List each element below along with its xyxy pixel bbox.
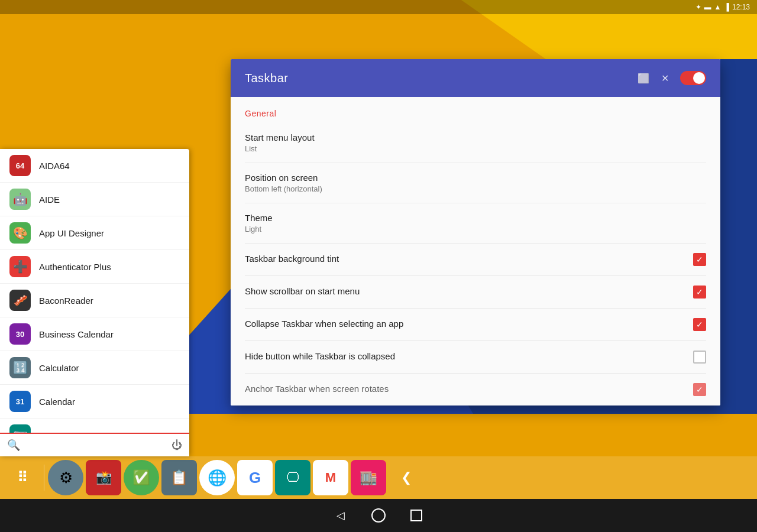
- home-icon: [371, 508, 386, 523]
- status-icons: ✦ ▬ ▲ ▐ 12:13: [695, 3, 750, 11]
- app-icon-bizkal: 30: [9, 323, 31, 345]
- settings-dialog: Taskbar ⬜ ✕ General Start menu layout Li…: [231, 59, 720, 406]
- back-icon: ◁: [337, 509, 345, 522]
- setting-position[interactable]: Position on screen Bottom left (horizont…: [245, 163, 706, 203]
- bluetooth-icon: ✦: [695, 3, 701, 11]
- setting-name-6: Hide button while Taskbar is collapsed: [245, 351, 395, 361]
- app-name-calc: Calculator: [39, 363, 79, 373]
- app-name-aida64: AIDA64: [39, 161, 70, 171]
- setting-name-1: Position on screen: [245, 173, 322, 183]
- app-list-scroll[interactable]: 64 AIDA64 🤖 AIDE 🎨 App UI Designer ➕ Aut…: [0, 149, 189, 433]
- setting-hide-btn[interactable]: Hide button while Taskbar is collapsed: [245, 341, 706, 374]
- checkbox-collapse[interactable]: ✓: [693, 318, 706, 331]
- list-item-aide[interactable]: 🤖 AIDE: [0, 183, 189, 216]
- checkbox-hide-btn[interactable]: [693, 351, 706, 364]
- dialog-header: Taskbar ⬜ ✕: [231, 59, 720, 97]
- close-icon: ✕: [661, 73, 669, 84]
- list-item-aida64[interactable]: 64 AIDA64: [0, 149, 189, 183]
- setting-start-menu-layout[interactable]: Start menu layout List: [245, 123, 706, 163]
- setting-value-0: List: [245, 144, 315, 153]
- back-button[interactable]: ◁: [334, 508, 348, 523]
- home-button[interactable]: [371, 508, 386, 523]
- checkmark-5: ✓: [696, 320, 703, 329]
- recent-button[interactable]: [409, 508, 423, 523]
- app-icon-auth: ➕: [9, 256, 31, 277]
- app-name-auth: Authenticator Plus: [39, 262, 111, 272]
- app-name-bizkal: Business Calendar: [39, 329, 114, 339]
- list-item-calendar[interactable]: 31 Calendar: [0, 385, 189, 419]
- minimize-button[interactable]: ⬜: [638, 72, 649, 84]
- app-list-panel: 64 AIDA64 🤖 AIDE 🎨 App UI Designer ➕ Aut…: [0, 149, 189, 456]
- power-icon[interactable]: ⏻: [172, 439, 182, 452]
- close-button[interactable]: ✕: [659, 72, 671, 84]
- checkmark-4: ✓: [696, 288, 703, 296]
- battery-icon: ▬: [704, 3, 711, 11]
- setting-collapse[interactable]: Collapse Taskbar when selecting an app ✓: [245, 309, 706, 341]
- app-icon-aide: 🤖: [9, 189, 31, 210]
- dock-photos[interactable]: 📸: [86, 460, 121, 495]
- setting-name-5: Collapse Taskbar when selecting an app: [245, 319, 403, 329]
- checkmark-3: ✓: [696, 255, 703, 264]
- setting-name-0: Start menu layout: [245, 132, 315, 142]
- clock: 12:13: [732, 3, 750, 11]
- app-name-camera: Camera: [39, 430, 70, 433]
- checkbox-bg-tint[interactable]: ✓: [693, 253, 706, 266]
- search-input[interactable]: [25, 440, 167, 450]
- dock-divider: [44, 465, 44, 491]
- search-icon: 🔍: [7, 439, 20, 452]
- setting-value-2: Light: [245, 225, 273, 233]
- setting-value-1: Bottom left (horizontal): [245, 184, 322, 193]
- dock-ticktick[interactable]: ✅: [124, 460, 159, 495]
- signal-icon: ▐: [724, 3, 729, 11]
- dock-gmail[interactable]: M: [313, 460, 348, 495]
- app-name-aide: AIDE: [39, 194, 60, 205]
- dock-notes[interactable]: 📋: [161, 460, 197, 495]
- dialog-title: Taskbar: [245, 72, 289, 85]
- app-name-appui: App UI Designer: [39, 228, 104, 238]
- app-icon-calendar: 31: [9, 391, 31, 412]
- app-dock: ⠿ ⚙ 📸 ✅ 📋 🌐 G 🖵 M 🏬 ❮: [0, 456, 757, 499]
- main-toggle[interactable]: [680, 71, 706, 85]
- checkbox-anchor[interactable]: ✓: [693, 383, 706, 396]
- list-item-bizkal[interactable]: 30 Business Calendar: [0, 317, 189, 351]
- dock-playstore2[interactable]: 🏬: [351, 460, 386, 495]
- setting-name-3: Taskbar background tint: [245, 254, 339, 264]
- app-icon-calc: 🔢: [9, 357, 31, 378]
- dialog-body: General Start menu layout List Position …: [231, 97, 720, 406]
- dock-chrome[interactable]: 🌐: [199, 460, 235, 495]
- list-item-appui[interactable]: 🎨 App UI Designer: [0, 216, 189, 250]
- dock-settings[interactable]: ⚙: [48, 460, 83, 495]
- app-name-calendar: Calendar: [39, 397, 75, 407]
- setting-bg-tint[interactable]: Taskbar background tint ✓: [245, 244, 706, 276]
- dock-playstore[interactable]: 🖵: [275, 460, 310, 495]
- search-bar: 🔍 ⏻: [0, 433, 189, 456]
- dock-app-drawer[interactable]: ⠿: [5, 460, 40, 495]
- list-item-calc[interactable]: 🔢 Calculator: [0, 351, 189, 385]
- list-item-camera[interactable]: 📷 Camera: [0, 419, 189, 433]
- setting-name-7: Anchor Taskbar when screen rotates: [245, 384, 389, 394]
- list-item-bacon[interactable]: 🥓 BaconReader: [0, 284, 189, 317]
- checkbox-scrollbar[interactable]: ✓: [693, 286, 706, 299]
- recent-icon: [410, 510, 422, 521]
- setting-theme[interactable]: Theme Light: [245, 203, 706, 244]
- setting-name-4: Show scrollbar on start menu: [245, 286, 360, 296]
- dock-google[interactable]: G: [237, 460, 273, 495]
- section-general: General: [245, 97, 706, 123]
- app-icon-appui: 🎨: [9, 222, 31, 244]
- status-bar: ✦ ▬ ▲ ▐ 12:13: [0, 0, 757, 14]
- app-icon-aida64: 64: [9, 155, 31, 176]
- dock-arrow[interactable]: ❮: [389, 460, 424, 495]
- setting-name-2: Theme: [245, 213, 273, 223]
- setting-scrollbar[interactable]: Show scrollbar on start menu ✓: [245, 276, 706, 309]
- list-item-auth[interactable]: ➕ Authenticator Plus: [0, 250, 189, 284]
- dialog-controls: ⬜ ✕: [638, 71, 706, 85]
- wifi-icon: ▲: [714, 3, 722, 11]
- android-nav-bar: ◁: [0, 499, 757, 532]
- minimize-icon: ⬜: [638, 73, 649, 84]
- setting-anchor[interactable]: Anchor Taskbar when screen rotates ✓: [245, 374, 706, 406]
- app-icon-bacon: 🥓: [9, 290, 31, 311]
- checkmark-7: ✓: [696, 385, 703, 394]
- app-name-bacon: BaconReader: [39, 296, 93, 306]
- app-icon-camera: 📷: [9, 424, 31, 433]
